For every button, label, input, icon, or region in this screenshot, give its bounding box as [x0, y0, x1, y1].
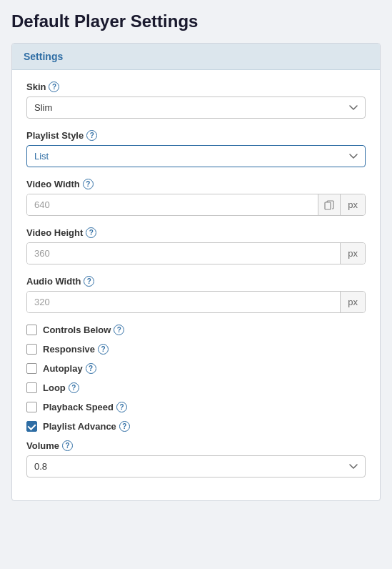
skin-select[interactable]: Slim Bekle Seven Glow: [26, 97, 366, 119]
settings-header: Settings: [12, 44, 380, 70]
video-width-help-icon[interactable]: ?: [83, 179, 94, 189]
responsive-checkbox[interactable]: [26, 344, 37, 355]
playlist-advance-checkbox[interactable]: [26, 421, 37, 432]
video-width-copy-icon[interactable]: [318, 194, 340, 215]
video-height-group: Video Height ? px: [26, 227, 366, 264]
svg-rect-0: [325, 202, 331, 209]
audio-width-label: Audio Width ?: [26, 276, 366, 287]
volume-help-icon[interactable]: ?: [62, 440, 73, 451]
video-width-unit: px: [340, 194, 365, 215]
video-height-label: Video Height ?: [26, 227, 366, 238]
video-height-input-group: px: [26, 242, 366, 264]
playlist-style-label: Playlist Style ?: [26, 130, 366, 141]
settings-body: Skin ? Slim Bekle Seven Glow Playlist St…: [12, 70, 380, 500]
skin-group: Skin ? Slim Bekle Seven Glow: [26, 81, 366, 119]
loop-label: Loop ?: [43, 382, 79, 393]
audio-width-group: Audio Width ? px: [26, 276, 366, 313]
controls-below-help-icon[interactable]: ?: [114, 325, 124, 335]
autoplay-help-icon[interactable]: ?: [86, 363, 96, 374]
volume-select[interactable]: 0.8 0.0 0.5 1.0: [26, 455, 366, 478]
volume-group: Volume ? 0.8 0.0 0.5 1.0: [26, 440, 366, 478]
playlist-style-group: Playlist Style ? List Bar None: [26, 130, 366, 167]
playlist-style-help-icon[interactable]: ?: [86, 130, 97, 141]
playlist-advance-group: Playlist Advance ?: [26, 421, 366, 432]
video-height-input[interactable]: [27, 243, 340, 264]
playlist-advance-help-icon[interactable]: ?: [119, 421, 130, 432]
controls-below-label: Controls Below ?: [43, 325, 124, 335]
audio-width-unit: px: [340, 292, 365, 312]
video-height-unit: px: [340, 243, 365, 264]
volume-label: Volume ?: [26, 440, 366, 451]
playback-speed-group: Playback Speed ?: [26, 402, 366, 412]
responsive-help-icon[interactable]: ?: [98, 344, 109, 355]
audio-width-input-group: px: [26, 291, 366, 313]
playback-speed-help-icon[interactable]: ?: [116, 402, 127, 412]
controls-below-checkbox[interactable]: [26, 325, 37, 335]
video-width-input[interactable]: [27, 194, 318, 215]
playback-speed-checkbox[interactable]: [26, 402, 37, 412]
audio-width-input[interactable]: [27, 292, 340, 312]
audio-width-help-icon[interactable]: ?: [84, 276, 94, 287]
playlist-advance-label: Playlist Advance ?: [43, 421, 130, 432]
responsive-label: Responsive ?: [43, 344, 109, 355]
autoplay-group: Autoplay ?: [26, 363, 366, 374]
autoplay-checkbox[interactable]: [26, 363, 37, 374]
skin-label: Skin ?: [26, 81, 366, 92]
controls-below-group: Controls Below ?: [26, 325, 366, 335]
loop-help-icon[interactable]: ?: [69, 382, 79, 393]
playlist-style-select[interactable]: List Bar None: [26, 145, 366, 167]
playback-speed-label: Playback Speed ?: [43, 402, 127, 412]
autoplay-label: Autoplay ?: [43, 363, 96, 374]
video-width-input-group: px: [26, 194, 366, 216]
video-width-group: Video Width ? px: [26, 179, 366, 216]
responsive-group: Responsive ?: [26, 344, 366, 355]
video-height-help-icon[interactable]: ?: [86, 227, 96, 238]
page-title: Default Player Settings: [11, 11, 381, 31]
skin-help-icon[interactable]: ?: [49, 81, 59, 92]
settings-card: Settings Skin ? Slim Bekle Seven Glow Pl…: [11, 43, 381, 501]
loop-checkbox[interactable]: [26, 382, 37, 393]
loop-group: Loop ?: [26, 382, 366, 393]
video-width-label: Video Width ?: [26, 179, 366, 189]
